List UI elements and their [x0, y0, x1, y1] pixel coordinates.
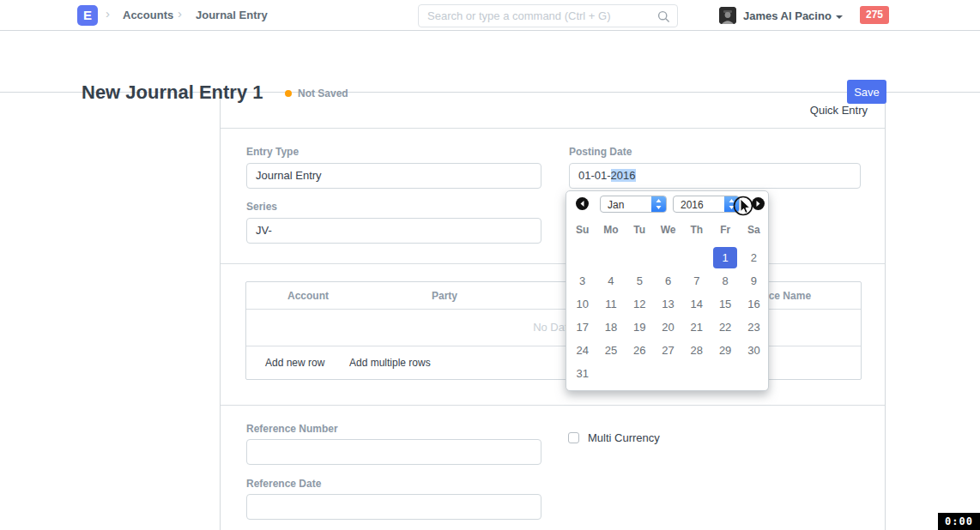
- next-month-button[interactable]: [752, 197, 765, 210]
- accounts-grid: Account Party Reference Name No Data Add…: [245, 281, 862, 380]
- calendar-day[interactable]: 18: [596, 316, 625, 339]
- reference-date-field[interactable]: [246, 494, 541, 520]
- grid-col-account: Account: [287, 290, 329, 302]
- month-select[interactable]: Jan: [600, 196, 667, 213]
- series-field[interactable]: JV-: [246, 218, 541, 244]
- calendar-day: [568, 246, 596, 269]
- calendar-day: [626, 246, 654, 269]
- calendar-day[interactable]: 6: [654, 269, 682, 292]
- calendar-day: [740, 362, 768, 385]
- calendar-day[interactable]: 3: [568, 269, 596, 292]
- avatar[interactable]: [719, 7, 736, 24]
- grid-col-party: Party: [432, 290, 457, 302]
- calendar-day: [682, 362, 711, 385]
- calendar-day[interactable]: 19: [626, 316, 654, 339]
- series-label: Series: [246, 201, 277, 213]
- search-input[interactable]: [419, 5, 677, 27]
- form-section-accounts: Account Party Reference Name No Data Add…: [221, 264, 885, 406]
- form-section-reference: Reference Number Reference Date Multi Cu…: [221, 406, 885, 530]
- calendar-day[interactable]: 20: [654, 316, 682, 339]
- user-menu[interactable]: James Al Pacino: [743, 9, 843, 22]
- calendar-day[interactable]: 4: [596, 269, 625, 292]
- date-picker: Jan 2016 SuMoTuWeThFrSa 1234567891011121…: [566, 190, 769, 391]
- reference-number-label: Reference Number: [246, 423, 338, 435]
- calendar-day[interactable]: 5: [626, 269, 654, 292]
- status-dot-icon: [285, 90, 292, 97]
- posting-date-prefix: 01-01-: [578, 169, 611, 182]
- calendar-day: [596, 246, 625, 269]
- calendar-day[interactable]: 1: [711, 246, 739, 269]
- breadcrumb-chevron-icon: ›: [106, 6, 110, 21]
- year-select-value: 2016: [681, 199, 704, 211]
- app-logo[interactable]: E: [77, 5, 98, 26]
- calendar-day: [654, 246, 682, 269]
- calendar-day[interactable]: 15: [711, 292, 739, 316]
- calendar-day[interactable]: 12: [626, 292, 654, 316]
- weekday-label: Su: [568, 224, 596, 241]
- status-badge: Not Saved: [298, 87, 348, 99]
- stepper-icon: [651, 196, 666, 212]
- calendar-day: [596, 362, 625, 385]
- page-title: New Journal Entry 1: [82, 81, 263, 104]
- calendar-day[interactable]: 16: [740, 292, 768, 316]
- weekday-label: Th: [682, 224, 711, 241]
- posting-date-selected-text: 2016: [611, 169, 636, 182]
- entry-type-field[interactable]: Journal Entry: [246, 163, 541, 189]
- calendar-day[interactable]: 28: [682, 339, 711, 362]
- month-select-value: Jan: [608, 199, 624, 211]
- navbar: E › Accounts › Journal Entry James Al Pa…: [0, 0, 980, 31]
- avatar-silhouette-icon: [719, 7, 736, 24]
- weekday-label: Mo: [596, 224, 625, 241]
- calendar-day: [682, 246, 711, 269]
- reference-date-label: Reference Date: [246, 478, 321, 490]
- calendar-day[interactable]: 21: [682, 316, 711, 339]
- weekday-header: SuMoTuWeThFrSa: [568, 224, 768, 241]
- previous-month-button[interactable]: [576, 197, 589, 210]
- quick-entry-link[interactable]: Quick Entry: [810, 104, 868, 117]
- calendar-day[interactable]: 17: [568, 316, 596, 339]
- calendar-day: [654, 362, 682, 385]
- calendar-day[interactable]: 30: [740, 339, 768, 362]
- calendar-day[interactable]: 22: [711, 316, 739, 339]
- calendar-day[interactable]: 31: [568, 362, 596, 385]
- calendar-day[interactable]: 29: [711, 339, 739, 362]
- save-button[interactable]: Save: [847, 80, 886, 104]
- calendar-day[interactable]: 24: [568, 339, 596, 362]
- calendar-day[interactable]: 14: [682, 292, 711, 316]
- weekday-label: Sa: [740, 224, 768, 241]
- user-name-label: James Al Pacino: [743, 9, 832, 22]
- calendar-day[interactable]: 10: [568, 292, 596, 316]
- calendar-day[interactable]: 7: [682, 269, 711, 292]
- posting-date-field[interactable]: 01-01-2016: [569, 163, 861, 189]
- video-timestamp: 0:00: [938, 513, 980, 530]
- add-new-row-button[interactable]: Add new row: [265, 357, 324, 369]
- calendar-day[interactable]: 23: [740, 316, 768, 339]
- calendar-day[interactable]: 13: [654, 292, 682, 316]
- multi-currency-checkbox[interactable]: [568, 432, 579, 443]
- calendar-day[interactable]: 11: [596, 292, 625, 316]
- breadcrumb-journal-entry[interactable]: Journal Entry: [196, 9, 268, 21]
- calendar-day[interactable]: 26: [626, 339, 654, 362]
- calendar-day[interactable]: 2: [740, 246, 768, 269]
- calendar-day[interactable]: 25: [596, 339, 625, 362]
- stepper-icon: [724, 196, 739, 212]
- form-body: Quick Entry Entry Type Journal Entry Ser…: [220, 93, 886, 530]
- form-section-main: Entry Type Journal Entry Series JV- Post…: [221, 129, 885, 264]
- posting-date-label: Posting Date: [569, 146, 632, 158]
- breadcrumb-accounts[interactable]: Accounts: [123, 9, 173, 21]
- year-select[interactable]: 2016: [673, 196, 740, 213]
- calendar-day-selected[interactable]: 1: [713, 247, 737, 268]
- weekday-label: Tu: [626, 224, 654, 241]
- weekday-label: We: [654, 224, 682, 241]
- calendar-day[interactable]: 27: [654, 339, 682, 362]
- notification-badge[interactable]: 275: [860, 6, 889, 24]
- add-multiple-rows-button[interactable]: Add multiple rows: [349, 357, 431, 369]
- reference-number-field[interactable]: [246, 439, 541, 465]
- calendar-day: [711, 362, 739, 385]
- search-icon: [657, 10, 670, 23]
- global-search: [418, 4, 678, 27]
- calendar-day[interactable]: 8: [711, 269, 739, 292]
- chevron-down-icon: [836, 15, 843, 19]
- multi-currency-label: Multi Currency: [588, 431, 660, 444]
- calendar-day[interactable]: 9: [740, 269, 768, 292]
